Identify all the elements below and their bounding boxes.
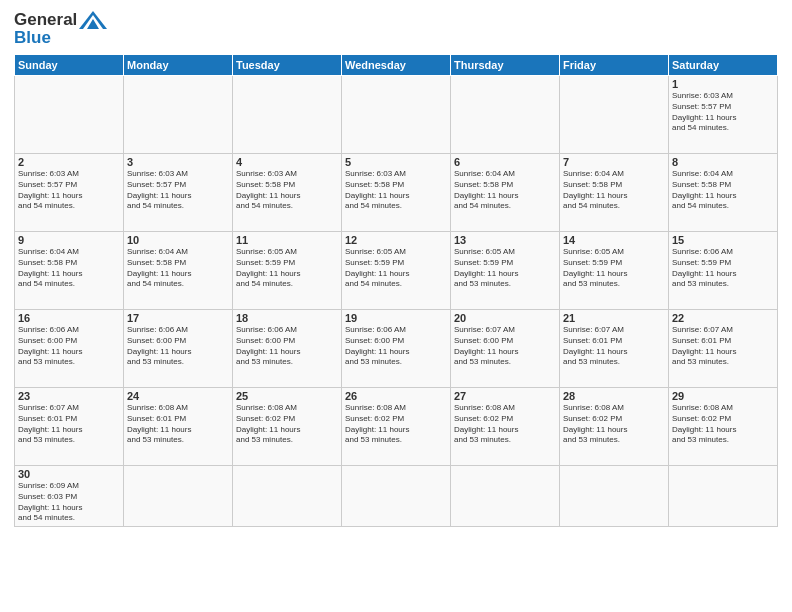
day-cell: 29Sunrise: 6:08 AM Sunset: 6:02 PM Dayli…: [669, 388, 778, 466]
weekday-header-row: SundayMondayTuesdayWednesdayThursdayFrid…: [15, 55, 778, 76]
day-cell: [669, 466, 778, 527]
day-cell: 19Sunrise: 6:06 AM Sunset: 6:00 PM Dayli…: [342, 310, 451, 388]
weekday-header-wednesday: Wednesday: [342, 55, 451, 76]
day-cell: 24Sunrise: 6:08 AM Sunset: 6:01 PM Dayli…: [124, 388, 233, 466]
weekday-header-sunday: Sunday: [15, 55, 124, 76]
day-number: 21: [563, 312, 665, 324]
day-info: Sunrise: 6:04 AM Sunset: 5:58 PM Dayligh…: [127, 247, 229, 290]
logo-icon: [79, 11, 107, 29]
day-number: 16: [18, 312, 120, 324]
day-cell: [560, 466, 669, 527]
day-number: 8: [672, 156, 774, 168]
week-row-5: 23Sunrise: 6:07 AM Sunset: 6:01 PM Dayli…: [15, 388, 778, 466]
day-info: Sunrise: 6:07 AM Sunset: 6:00 PM Dayligh…: [454, 325, 556, 368]
day-cell: 18Sunrise: 6:06 AM Sunset: 6:00 PM Dayli…: [233, 310, 342, 388]
day-info: Sunrise: 6:08 AM Sunset: 6:01 PM Dayligh…: [127, 403, 229, 446]
day-cell: [560, 76, 669, 154]
day-cell: 11Sunrise: 6:05 AM Sunset: 5:59 PM Dayli…: [233, 232, 342, 310]
day-number: 25: [236, 390, 338, 402]
weekday-header-monday: Monday: [124, 55, 233, 76]
day-cell: 10Sunrise: 6:04 AM Sunset: 5:58 PM Dayli…: [124, 232, 233, 310]
day-number: 27: [454, 390, 556, 402]
day-cell: 12Sunrise: 6:05 AM Sunset: 5:59 PM Dayli…: [342, 232, 451, 310]
day-cell: 4Sunrise: 6:03 AM Sunset: 5:58 PM Daylig…: [233, 154, 342, 232]
week-row-4: 16Sunrise: 6:06 AM Sunset: 6:00 PM Dayli…: [15, 310, 778, 388]
day-cell: 30Sunrise: 6:09 AM Sunset: 6:03 PM Dayli…: [15, 466, 124, 527]
weekday-header-tuesday: Tuesday: [233, 55, 342, 76]
day-info: Sunrise: 6:08 AM Sunset: 6:02 PM Dayligh…: [345, 403, 447, 446]
day-number: 7: [563, 156, 665, 168]
day-cell: 3Sunrise: 6:03 AM Sunset: 5:57 PM Daylig…: [124, 154, 233, 232]
day-number: 9: [18, 234, 120, 246]
day-cell: 5Sunrise: 6:03 AM Sunset: 5:58 PM Daylig…: [342, 154, 451, 232]
day-cell: 1Sunrise: 6:03 AM Sunset: 5:57 PM Daylig…: [669, 76, 778, 154]
day-number: 3: [127, 156, 229, 168]
day-cell: 8Sunrise: 6:04 AM Sunset: 5:58 PM Daylig…: [669, 154, 778, 232]
day-number: 11: [236, 234, 338, 246]
day-info: Sunrise: 6:06 AM Sunset: 5:59 PM Dayligh…: [672, 247, 774, 290]
day-cell: [124, 466, 233, 527]
day-cell: 17Sunrise: 6:06 AM Sunset: 6:00 PM Dayli…: [124, 310, 233, 388]
day-number: 12: [345, 234, 447, 246]
day-info: Sunrise: 6:07 AM Sunset: 6:01 PM Dayligh…: [563, 325, 665, 368]
day-info: Sunrise: 6:08 AM Sunset: 6:02 PM Dayligh…: [454, 403, 556, 446]
day-cell: [15, 76, 124, 154]
day-cell: 6Sunrise: 6:04 AM Sunset: 5:58 PM Daylig…: [451, 154, 560, 232]
day-info: Sunrise: 6:09 AM Sunset: 6:03 PM Dayligh…: [18, 481, 120, 524]
day-cell: [342, 466, 451, 527]
day-cell: 15Sunrise: 6:06 AM Sunset: 5:59 PM Dayli…: [669, 232, 778, 310]
day-info: Sunrise: 6:06 AM Sunset: 6:00 PM Dayligh…: [236, 325, 338, 368]
day-info: Sunrise: 6:05 AM Sunset: 5:59 PM Dayligh…: [345, 247, 447, 290]
week-row-3: 9Sunrise: 6:04 AM Sunset: 5:58 PM Daylig…: [15, 232, 778, 310]
week-row-6: 30Sunrise: 6:09 AM Sunset: 6:03 PM Dayli…: [15, 466, 778, 527]
day-info: Sunrise: 6:06 AM Sunset: 6:00 PM Dayligh…: [345, 325, 447, 368]
day-info: Sunrise: 6:08 AM Sunset: 6:02 PM Dayligh…: [236, 403, 338, 446]
day-number: 20: [454, 312, 556, 324]
calendar-table: SundayMondayTuesdayWednesdayThursdayFrid…: [14, 54, 778, 527]
day-cell: 21Sunrise: 6:07 AM Sunset: 6:01 PM Dayli…: [560, 310, 669, 388]
week-row-2: 2Sunrise: 6:03 AM Sunset: 5:57 PM Daylig…: [15, 154, 778, 232]
day-number: 18: [236, 312, 338, 324]
day-number: 14: [563, 234, 665, 246]
day-info: Sunrise: 6:07 AM Sunset: 6:01 PM Dayligh…: [672, 325, 774, 368]
day-number: 30: [18, 468, 120, 480]
day-cell: 2Sunrise: 6:03 AM Sunset: 5:57 PM Daylig…: [15, 154, 124, 232]
day-info: Sunrise: 6:03 AM Sunset: 5:58 PM Dayligh…: [236, 169, 338, 212]
day-cell: [451, 466, 560, 527]
day-number: 15: [672, 234, 774, 246]
day-info: Sunrise: 6:05 AM Sunset: 5:59 PM Dayligh…: [454, 247, 556, 290]
day-info: Sunrise: 6:08 AM Sunset: 6:02 PM Dayligh…: [563, 403, 665, 446]
day-number: 26: [345, 390, 447, 402]
day-info: Sunrise: 6:08 AM Sunset: 6:02 PM Dayligh…: [672, 403, 774, 446]
day-number: 29: [672, 390, 774, 402]
day-number: 17: [127, 312, 229, 324]
day-number: 28: [563, 390, 665, 402]
day-info: Sunrise: 6:05 AM Sunset: 5:59 PM Dayligh…: [236, 247, 338, 290]
day-number: 4: [236, 156, 338, 168]
day-cell: [124, 76, 233, 154]
day-number: 10: [127, 234, 229, 246]
day-info: Sunrise: 6:04 AM Sunset: 5:58 PM Dayligh…: [563, 169, 665, 212]
day-number: 5: [345, 156, 447, 168]
logo-general-text: General: [14, 10, 77, 30]
day-cell: 16Sunrise: 6:06 AM Sunset: 6:00 PM Dayli…: [15, 310, 124, 388]
weekday-header-saturday: Saturday: [669, 55, 778, 76]
day-number: 2: [18, 156, 120, 168]
day-info: Sunrise: 6:04 AM Sunset: 5:58 PM Dayligh…: [672, 169, 774, 212]
day-cell: 27Sunrise: 6:08 AM Sunset: 6:02 PM Dayli…: [451, 388, 560, 466]
day-info: Sunrise: 6:05 AM Sunset: 5:59 PM Dayligh…: [563, 247, 665, 290]
weekday-header-thursday: Thursday: [451, 55, 560, 76]
day-cell: 20Sunrise: 6:07 AM Sunset: 6:00 PM Dayli…: [451, 310, 560, 388]
day-cell: 13Sunrise: 6:05 AM Sunset: 5:59 PM Dayli…: [451, 232, 560, 310]
day-info: Sunrise: 6:03 AM Sunset: 5:57 PM Dayligh…: [672, 91, 774, 134]
day-info: Sunrise: 6:07 AM Sunset: 6:01 PM Dayligh…: [18, 403, 120, 446]
day-cell: 23Sunrise: 6:07 AM Sunset: 6:01 PM Dayli…: [15, 388, 124, 466]
day-info: Sunrise: 6:03 AM Sunset: 5:57 PM Dayligh…: [127, 169, 229, 212]
day-cell: 28Sunrise: 6:08 AM Sunset: 6:02 PM Dayli…: [560, 388, 669, 466]
day-cell: [233, 76, 342, 154]
logo-blue-text: Blue: [14, 28, 51, 48]
day-cell: 14Sunrise: 6:05 AM Sunset: 5:59 PM Dayli…: [560, 232, 669, 310]
day-cell: [233, 466, 342, 527]
day-cell: 9Sunrise: 6:04 AM Sunset: 5:58 PM Daylig…: [15, 232, 124, 310]
day-cell: 26Sunrise: 6:08 AM Sunset: 6:02 PM Dayli…: [342, 388, 451, 466]
